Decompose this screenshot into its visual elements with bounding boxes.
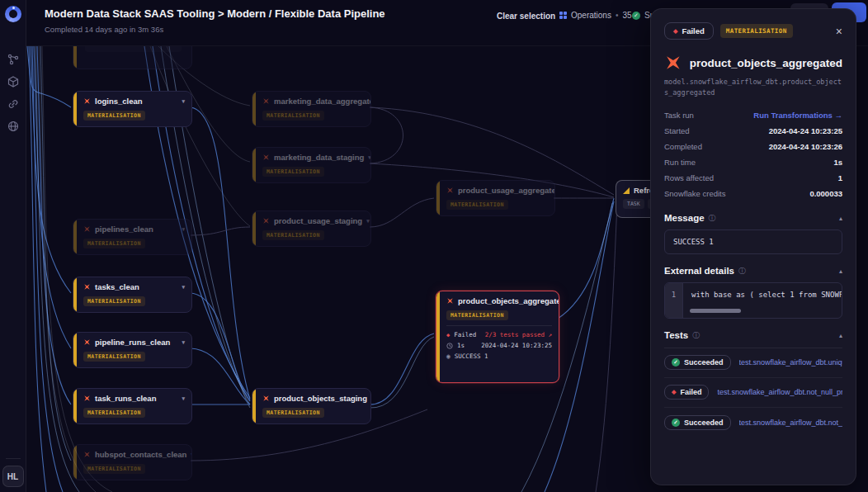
node-label: pipelines_clean bbox=[95, 225, 153, 234]
materialisation-badge: MATERIALISATION bbox=[83, 464, 145, 474]
node-product-usage-aggregated[interactable]: product_usage_aggregated ▾ MATERIALISATI… bbox=[436, 180, 555, 216]
node-tasks-clean[interactable]: tasks_clean ▾ MATERIALISATION bbox=[73, 277, 192, 313]
close-icon[interactable]: × bbox=[836, 26, 842, 37]
detail-row: Started 2024-04-24 10:23:25 bbox=[664, 123, 842, 139]
integrations-cube-icon[interactable] bbox=[7, 76, 19, 88]
node-partial-top[interactable] bbox=[73, 46, 192, 69]
test-row: ✓ Succeeded test.snowflake_airflow_dbt.u… bbox=[664, 348, 842, 378]
dbt-icon bbox=[446, 187, 454, 194]
tests-summary-link[interactable]: 2/3 tests passed ↗ bbox=[485, 331, 552, 338]
node-timestamp: 2024-04-24 10:23:25 bbox=[481, 342, 552, 349]
node-label: tasks_clean bbox=[95, 282, 139, 291]
failed-diamond-icon: ◆ bbox=[673, 28, 677, 35]
chevron-down-icon[interactable]: ▾ bbox=[182, 226, 185, 233]
failed-diamond-icon: ◆ bbox=[446, 332, 450, 338]
node-product-usage-staging[interactable]: product_usage_staging ▾ MATERIALISATION bbox=[252, 211, 371, 247]
node-hubspot-contacts-clean[interactable]: hubspot_contacts_clean ▾ MATERIALISATION bbox=[73, 444, 192, 480]
dbt-icon bbox=[262, 97, 270, 105]
connections-link-icon[interactable] bbox=[7, 98, 19, 110]
model-path: model.snowflake_airflow_dbt.product_obje… bbox=[664, 77, 842, 98]
info-icon[interactable]: ⓘ bbox=[738, 266, 746, 277]
node-task-runs-clean[interactable]: task_runs_clean ▾ MATERIALISATION bbox=[73, 388, 192, 424]
test-link[interactable]: test.snowflake_airflow_dbt.not_null_pr bbox=[717, 388, 842, 396]
sidebar: HL bbox=[0, 0, 26, 492]
collapse-icon[interactable]: ▴ bbox=[839, 267, 842, 275]
node-label: logins_clean bbox=[95, 97, 143, 106]
sql-code-block: 1 with base as ( select 1 from SNOWFLAKE bbox=[664, 282, 842, 319]
operations-label: Operations bbox=[571, 11, 611, 20]
materialisation-badge: MATERIALISATION bbox=[83, 408, 145, 418]
chevron-down-icon[interactable]: ▾ bbox=[366, 218, 370, 225]
operations-filter-chip[interactable]: Operations • 35 bbox=[559, 11, 632, 20]
dbt-icon bbox=[83, 338, 91, 346]
node-label: marketing_data_aggregated bbox=[274, 97, 371, 106]
node-label: product_objects_aggregated bbox=[458, 296, 559, 305]
materialisation-badge: MATERIALISATION bbox=[262, 408, 324, 418]
app-logo[interactable] bbox=[5, 6, 21, 22]
node-message: SUCCESS 1 bbox=[455, 352, 488, 360]
failed-diamond-icon: ◆ bbox=[672, 389, 676, 395]
dbt-icon bbox=[446, 297, 454, 305]
run-transformations-link[interactable]: Run Transformations → bbox=[753, 111, 842, 120]
collapse-icon[interactable]: ▴ bbox=[839, 215, 842, 222]
pipeline-graph-icon[interactable] bbox=[7, 54, 19, 65]
tests-section-header: Tests ⓘ ▴ bbox=[664, 330, 842, 348]
node-runtime: 1s bbox=[457, 342, 465, 349]
info-icon[interactable]: ⓘ bbox=[709, 213, 716, 224]
horizontal-scrollbar[interactable] bbox=[690, 309, 741, 313]
message-content: SUCCESS 1 bbox=[664, 229, 842, 254]
node-status: Failed bbox=[454, 331, 476, 338]
operations-grid-icon bbox=[559, 12, 567, 19]
materialisation-badge: MATERIALISATION bbox=[83, 352, 145, 362]
info-icon[interactable]: ⓘ bbox=[692, 330, 700, 341]
materialisation-badge: MATERIALISATION bbox=[262, 230, 324, 240]
materialisation-badge: MATERIALISATION bbox=[83, 111, 145, 121]
test-link[interactable]: test.snowflake_airflow_dbt.not_null_pr bbox=[739, 419, 842, 427]
success-check-icon: ✓ bbox=[672, 419, 680, 427]
materialisation-badge: MATERIALISATION bbox=[446, 310, 508, 320]
node-product-objects-staging[interactable]: product_objects_staging ▾ MATERIALISATIO… bbox=[252, 388, 371, 424]
materialisation-badge: MATERIALISATION bbox=[262, 111, 324, 121]
run-status-subtitle: Completed 14 days ago in 3m 36s bbox=[45, 25, 163, 34]
dbt-icon bbox=[664, 54, 682, 72]
task-details-panel: ◆ Failed MATERIALISATION × product_objec… bbox=[650, 8, 856, 485]
node-logins-clean[interactable]: logins_clean ▾ MATERIALISATION bbox=[73, 91, 192, 127]
bi-triangle-icon bbox=[623, 187, 630, 194]
collapse-icon[interactable]: ▴ bbox=[839, 332, 842, 339]
result-icon: ◉ bbox=[446, 352, 451, 360]
user-avatar[interactable]: HL bbox=[2, 466, 24, 487]
node-label: task_runs_clean bbox=[95, 394, 156, 403]
message-section-header: Message ⓘ ▴ bbox=[664, 213, 842, 224]
node-pipelines-clean[interactable]: pipelines_clean ▾ MATERIALISATION bbox=[73, 219, 192, 255]
dbt-icon bbox=[262, 395, 270, 402]
chevron-down-icon[interactable]: ▾ bbox=[191, 452, 192, 458]
success-check-icon: ✓ bbox=[672, 358, 680, 367]
test-link[interactable]: test.snowflake_airflow_dbt.unique_pro bbox=[739, 358, 842, 367]
node-marketing-data-aggregated[interactable]: marketing_data_aggregated ▾ MATERIALISAT… bbox=[252, 91, 371, 127]
materialisation-badge: MATERIALISATION bbox=[446, 200, 508, 210]
chevron-down-icon[interactable]: ▾ bbox=[182, 339, 185, 346]
detail-row: Completed 2024-04-24 10:23:26 bbox=[664, 139, 842, 154]
dbt-icon bbox=[262, 217, 270, 225]
node-marketing-data-staging[interactable]: marketing_data_staging ▾ MATERIALISATION bbox=[252, 147, 371, 183]
sidebar-divider bbox=[6, 458, 21, 459]
chevron-down-icon[interactable]: ▾ bbox=[368, 154, 371, 161]
chevron-down-icon[interactable]: ▾ bbox=[182, 395, 185, 402]
web-globe-icon[interactable] bbox=[7, 121, 19, 132]
clear-selection-button[interactable]: Clear selection bbox=[497, 12, 555, 21]
test-row: ◆ Failed test.snowflake_airflow_dbt.not_… bbox=[664, 378, 842, 408]
chevron-down-icon[interactable]: ▾ bbox=[182, 98, 185, 105]
dbt-icon bbox=[83, 395, 91, 402]
node-product-objects-aggregated-selected[interactable]: product_objects_aggregated ▴ MATERIALISA… bbox=[436, 291, 559, 383]
materialisation-badge: MATERIALISATION bbox=[83, 296, 145, 306]
node-pipeline-runs-clean[interactable]: pipeline_runs_clean ▾ MATERIALISATION bbox=[73, 332, 192, 368]
dbt-icon bbox=[83, 283, 91, 291]
status-badge: ◆ Failed bbox=[664, 22, 714, 40]
task-badge: TASK bbox=[623, 199, 644, 209]
node-label: product_usage_aggregated bbox=[458, 186, 555, 195]
chevron-down-icon[interactable]: ▾ bbox=[182, 284, 185, 291]
line-number: 1 bbox=[665, 283, 683, 318]
materialisation-badge: MATERIALISATION bbox=[262, 167, 324, 177]
test-row: ✓ Succeeded test.snowflake_airflow_dbt.n… bbox=[664, 408, 842, 438]
node-label: product_objects_staging bbox=[274, 394, 367, 403]
